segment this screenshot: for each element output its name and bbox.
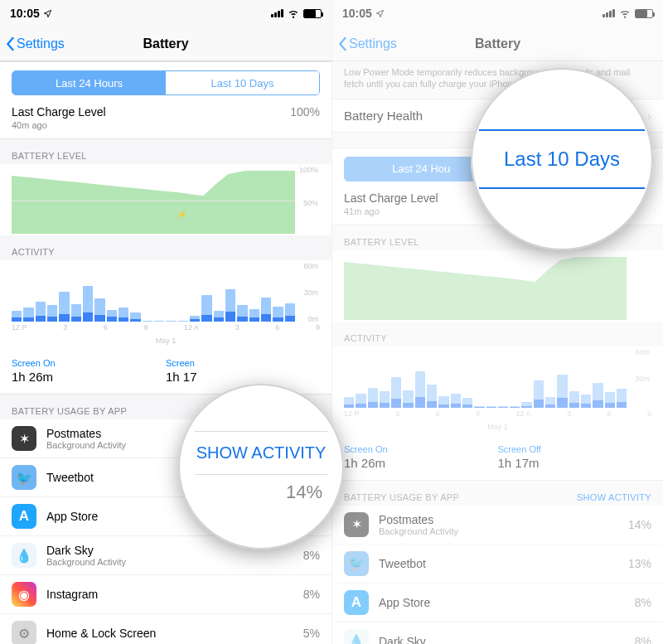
last-charge-pct: 100% bbox=[290, 105, 320, 130]
screen-off-value: 1h 17 bbox=[166, 370, 320, 384]
postmates-icon: ✶ bbox=[344, 512, 369, 537]
app-row[interactable]: 🐦 Tweetbot 13% bbox=[332, 545, 663, 583]
back-button[interactable]: Settings bbox=[337, 36, 397, 51]
app-row[interactable]: ✶ PostmatesBackground Activity 14% bbox=[332, 506, 663, 545]
callout-pct: 14% bbox=[286, 482, 322, 503]
back-button[interactable]: Settings bbox=[5, 36, 65, 51]
time-range-segmented[interactable]: Last 24 Hours Last 10 Days bbox=[12, 70, 320, 95]
appstore-icon: A bbox=[12, 504, 36, 529]
screen-on-value: 1h 26m bbox=[12, 370, 166, 384]
chevron-left-icon bbox=[5, 36, 15, 51]
activity-chart: 60m 30m 0m 12 P3 bbox=[0, 260, 332, 351]
callout-label: SHOW ACTIVITY bbox=[196, 432, 327, 474]
chevron-right-icon: › bbox=[647, 109, 651, 123]
status-time: 10:05 bbox=[10, 7, 40, 20]
show-activity-link[interactable]: SHOW ACTIVITY bbox=[577, 492, 651, 502]
screen-on-value: 1h 26m bbox=[344, 456, 498, 470]
signal-icon bbox=[603, 9, 615, 17]
appstore-icon: A bbox=[344, 590, 369, 615]
tweetbot-icon: 🐦 bbox=[12, 465, 36, 490]
nav-bar: Settings Battery bbox=[332, 27, 663, 61]
callout-show-activity: SHOW ACTIVITY 14% bbox=[178, 384, 344, 550]
postmates-icon: ✶ bbox=[12, 426, 36, 451]
screen-off-value: 1h 17m bbox=[498, 456, 652, 470]
wifi-icon bbox=[288, 7, 299, 19]
darksky-icon: 💧 bbox=[12, 543, 36, 568]
area-chart-svg bbox=[12, 167, 295, 234]
screen-on-label: Screen On bbox=[344, 444, 498, 454]
last-charge-row: Last Charge Level 40m ago 100% bbox=[0, 100, 332, 139]
app-row[interactable]: 💧 Dark Sky 8% bbox=[332, 622, 663, 644]
battery-icon bbox=[635, 9, 653, 18]
last-charge-label: Last Charge Level bbox=[12, 105, 106, 119]
activity-header: ACTIVITY bbox=[0, 235, 332, 260]
last-charge-label: Last Charge Level bbox=[344, 191, 438, 205]
signal-icon bbox=[271, 9, 283, 17]
darksky-icon: 💧 bbox=[344, 629, 369, 644]
area-chart-svg bbox=[344, 254, 627, 320]
status-time: 10:05 bbox=[342, 7, 372, 20]
callout-label: Last 10 Days bbox=[489, 148, 635, 171]
screen-off-label: Screen Off bbox=[498, 444, 652, 454]
screen-on-label: Screen On bbox=[12, 358, 166, 368]
app-row[interactable]: A App Store 8% bbox=[332, 583, 663, 622]
chevron-left-icon bbox=[337, 36, 347, 51]
battery-level-chart bbox=[332, 250, 663, 322]
app-row[interactable]: ◉ Instagram 8% bbox=[0, 575, 332, 614]
screen-time-row: Screen On 1h 26m Screen Off 1h 17m bbox=[332, 438, 663, 481]
wifi-icon bbox=[619, 7, 631, 19]
battery-level-chart: 100% 50% ⚡ bbox=[0, 164, 332, 235]
activity-header: ACTIVITY bbox=[332, 322, 663, 346]
tweetbot-icon: 🐦 bbox=[344, 551, 369, 576]
tab-last-24h[interactable]: Last 24 Hours bbox=[12, 71, 166, 94]
last-charge-time: 40m ago bbox=[12, 120, 106, 130]
usage-header: BATTERY USAGE BY APP bbox=[344, 492, 459, 502]
battery-level-header: BATTERY LEVEL bbox=[0, 139, 332, 164]
usage-header: BATTERY USAGE BY APP bbox=[12, 406, 127, 416]
location-icon bbox=[375, 9, 385, 18]
nav-title: Battery bbox=[143, 36, 188, 51]
screen-off-label: Screen bbox=[166, 358, 320, 368]
activity-chart: 60m 30m 12 P3 69 bbox=[332, 346, 663, 438]
home-lock-icon: ⚙ bbox=[12, 621, 36, 644]
battery-health-label: Battery Health bbox=[344, 109, 423, 123]
nav-title: Battery bbox=[475, 36, 520, 51]
battery-icon bbox=[303, 9, 322, 18]
app-row[interactable]: ⚙ Home & Lock Screen 5% bbox=[0, 614, 332, 644]
nav-bar: Settings Battery bbox=[0, 27, 332, 61]
back-label: Settings bbox=[349, 36, 397, 51]
last-charge-time: 41m ago bbox=[344, 206, 438, 216]
tab-last-10d[interactable]: Last 10 Days bbox=[166, 71, 319, 94]
status-bar: 10:05 bbox=[0, 0, 332, 27]
callout-last-10-days: Last 10 Days bbox=[471, 68, 653, 250]
status-bar: 10:05 bbox=[332, 0, 663, 27]
back-label: Settings bbox=[17, 36, 65, 51]
location-icon bbox=[43, 9, 52, 18]
instagram-icon: ◉ bbox=[12, 582, 36, 607]
